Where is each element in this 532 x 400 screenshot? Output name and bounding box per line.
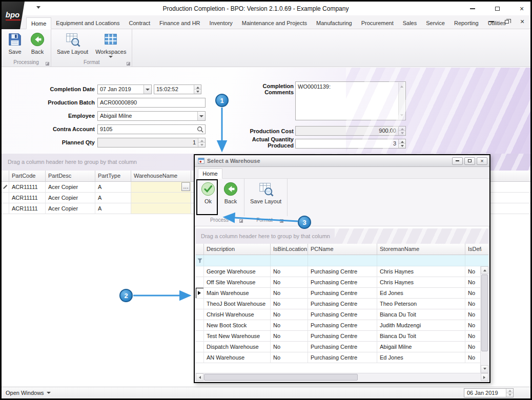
cell-pcname[interactable]: Purchasing Centre xyxy=(308,288,377,299)
contra-account-input[interactable]: 9105 xyxy=(97,124,206,134)
save-button[interactable]: Save xyxy=(4,30,26,55)
chevron-down-icon[interactable] xyxy=(197,112,205,120)
cell-storemanname[interactable]: Chris Haynes xyxy=(377,266,465,277)
warehouse-row[interactable]: George Warehouse No Purchasing Centre Ch… xyxy=(196,266,488,277)
close-button[interactable]: × xyxy=(518,5,525,12)
warehouse-lookup-button[interactable]: … xyxy=(181,182,190,191)
cell-partcode[interactable]: ACR11111 xyxy=(9,182,46,193)
scroll-right-button[interactable] xyxy=(481,373,488,381)
cell-pcname[interactable]: Purchasing Centre xyxy=(308,309,377,320)
tab-contract[interactable]: Contract xyxy=(125,17,155,29)
filter-row[interactable] xyxy=(196,255,488,266)
cell-warehousename[interactable]: … xyxy=(131,182,191,193)
cell-pcname[interactable]: Purchasing Centre xyxy=(308,352,377,363)
warehouse-row[interactable]: Off Site Warehouse No Purchasing Centre … xyxy=(196,277,488,288)
cell-isbinlocation[interactable]: No xyxy=(271,266,308,277)
cell-description[interactable]: George Warehouse xyxy=(204,266,271,277)
completion-time-input[interactable]: 15:02:52 xyxy=(154,85,201,94)
cell-description[interactable]: AN Warehouse xyxy=(204,352,271,363)
tab-maintenance-and-projects[interactable]: Maintenance and Projects xyxy=(237,17,312,29)
cell-pcname[interactable]: Purchasing Centre xyxy=(308,331,377,342)
scroll-left-button[interactable] xyxy=(196,373,203,381)
cell-description[interactable]: Off Site Warehouse xyxy=(204,277,271,288)
column-header-partdesc[interactable]: PartDesc xyxy=(46,171,95,181)
warehouse-row-selected[interactable]: Main Warehouse No Purchasing Centre Ed J… xyxy=(196,288,488,299)
tab-equipment-and-locations[interactable]: Equipment and Locations xyxy=(51,17,124,29)
column-header-isbinlocation[interactable]: IsBinLocation xyxy=(271,244,308,255)
cell-description[interactable]: TheoJ Boot Warehouse xyxy=(204,299,271,309)
cell-partdesc[interactable]: Acer Copier xyxy=(46,203,95,214)
back-button[interactable]: Back xyxy=(26,30,49,55)
tab-reporting[interactable]: Reporting xyxy=(449,17,483,29)
cell-partcode[interactable]: ACR11111 xyxy=(9,193,46,203)
column-header-description[interactable]: Description xyxy=(204,244,271,255)
scroll-down-button[interactable] xyxy=(481,365,488,373)
column-header-parttype[interactable]: PartType xyxy=(95,171,131,181)
dialog-back-button[interactable]: Back xyxy=(219,180,242,204)
cell-parttype[interactable]: A xyxy=(95,203,131,214)
cell-isbinlocation[interactable]: No xyxy=(271,309,308,320)
cell-storemanname[interactable]: Ed Jones xyxy=(377,352,465,363)
filter-cell[interactable] xyxy=(204,255,271,266)
cell-storemanname[interactable]: Chris Haynes xyxy=(377,277,465,288)
warehouse-row[interactable]: Test New Warehouse No Purchasing Centre … xyxy=(196,331,488,342)
tab-procurement[interactable]: Procurement xyxy=(357,17,398,29)
filter-cell[interactable] xyxy=(271,255,308,266)
group-launcher-icon[interactable] xyxy=(280,219,283,223)
status-date-spinner[interactable] xyxy=(506,389,513,397)
dialog-close-button[interactable]: × xyxy=(477,157,487,165)
actual-qty-input[interactable]: 3 xyxy=(295,139,406,149)
dialog-tab-home[interactable]: Home xyxy=(198,169,222,179)
warehouse-row[interactable]: ChrisH Warehouse No Purchasing Centre Bi… xyxy=(196,309,488,320)
cell-pcname[interactable]: Purchasing Centre xyxy=(308,277,377,288)
tab-finance-and-hr[interactable]: Finance and HR xyxy=(155,17,205,29)
column-header-warehousename[interactable]: WarehouseName xyxy=(131,171,191,181)
cell-description[interactable]: New Boot Stock xyxy=(204,320,271,331)
cell-isbinlocation[interactable]: No xyxy=(271,320,308,331)
completion-comments-textarea[interactable]: WO0001139: xyxy=(295,81,406,120)
cell-warehousename[interactable] xyxy=(131,203,191,214)
horizontal-scrollbar[interactable] xyxy=(196,373,488,381)
status-date-input[interactable]: 06 Jan 2019 xyxy=(464,388,514,397)
cell-description[interactable]: Dispatch Warehouse xyxy=(204,342,271,352)
child-minimize-button[interactable] xyxy=(488,18,495,25)
cell-storemanname[interactable]: Bianca Du Toit xyxy=(377,331,465,342)
scroll-up-button[interactable] xyxy=(481,266,488,274)
workspaces-button[interactable]: Workspaces xyxy=(92,30,130,60)
cell-partcode[interactable]: ACR11111 xyxy=(9,203,46,214)
cell-partdesc[interactable]: Acer Copier xyxy=(46,193,95,203)
tab-home[interactable]: Home xyxy=(26,17,51,29)
group-launcher-icon[interactable] xyxy=(127,62,130,66)
cell-description[interactable]: Main Warehouse xyxy=(204,288,271,299)
production-batch-input[interactable]: ACR00000890 xyxy=(97,98,206,108)
group-launcher-icon[interactable] xyxy=(239,219,243,223)
cell-storemanname[interactable]: Abigail Milne xyxy=(377,342,465,352)
cell-isbinlocation[interactable]: No xyxy=(271,277,308,288)
cell-isdefault[interactable]: No xyxy=(465,288,482,299)
open-windows-button[interactable]: Open Windows xyxy=(6,387,51,398)
employee-select[interactable]: Abigail Milne xyxy=(97,111,206,121)
cell-isdefault[interactable]: No xyxy=(465,352,482,363)
tab-inventory[interactable]: Inventory xyxy=(205,17,237,29)
cell-isdefault[interactable]: No xyxy=(465,342,482,352)
cell-isbinlocation[interactable]: No xyxy=(271,299,308,309)
cell-storemanname[interactable]: Theo Peterson xyxy=(377,299,465,309)
tab-sales[interactable]: Sales xyxy=(398,17,422,29)
cell-isbinlocation[interactable]: No xyxy=(271,331,308,342)
cell-warehousename[interactable] xyxy=(131,193,191,203)
dialog-titlebar[interactable]: Select a Warehouse × xyxy=(195,155,489,167)
tab-manufacturing[interactable]: Manufacturing xyxy=(312,17,357,29)
warehouse-row[interactable]: New Boot Stock No Purchasing Centre Judi… xyxy=(196,320,488,331)
dialog-minimize-button[interactable] xyxy=(452,157,463,165)
column-header-isdefault[interactable]: IsDefau xyxy=(465,244,482,255)
column-header-pcname[interactable]: PCName xyxy=(308,244,377,255)
completion-date-input[interactable]: 07 Jan 2019 xyxy=(97,85,152,94)
save-layout-button[interactable]: Save Layout xyxy=(53,30,92,55)
actual-qty-spinner[interactable] xyxy=(398,139,405,148)
dialog-group-by-bar[interactable]: Drag a column header here to group by th… xyxy=(196,228,488,244)
cell-isdefault[interactable]: No xyxy=(465,309,482,320)
vertical-scrollbar[interactable] xyxy=(480,266,488,373)
cell-storemanname[interactable]: Bianca Du Toit xyxy=(377,309,465,320)
scrollbar-thumb[interactable] xyxy=(204,374,358,381)
warehouse-row[interactable]: Dispatch Warehouse No Purchasing Centre … xyxy=(196,342,488,352)
